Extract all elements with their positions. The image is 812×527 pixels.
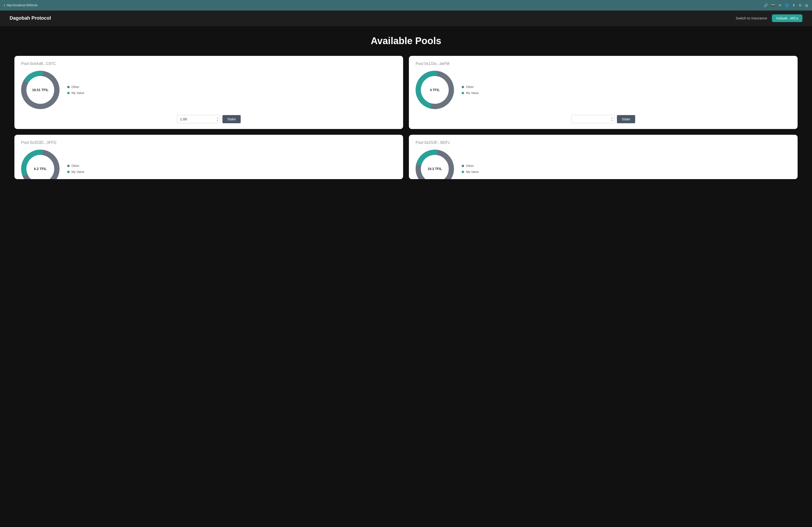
- donut-label-pool4: 19.3 TFIL: [427, 167, 442, 171]
- chart-legend-pool2: Other My Value: [462, 85, 479, 95]
- browser-url: http://localhost:3000/cds: [7, 4, 38, 7]
- stake-button-pool1[interactable]: Stake: [222, 115, 241, 123]
- stake-area-pool1: ▲ ▼ Stake: [21, 115, 396, 123]
- donut-label-pool2: 4 TFIL: [430, 88, 439, 92]
- pool-title-pool2: Pool 0x133v...deFM: [416, 62, 791, 66]
- spin-buttons-pool2: ▲ ▼: [610, 117, 613, 122]
- spin-down-pool1[interactable]: ▼: [216, 119, 219, 122]
- browser-bar: i http://localhost:3000/cds 🔗 📷 ✉ 🌐 ⬇ ⚙ …: [0, 0, 812, 11]
- legend-other-pool3: Other: [67, 164, 84, 168]
- legend-myvalue-pool2: My Value: [462, 91, 479, 95]
- donut-chart-pool3: 6.2 TFIL: [21, 150, 59, 179]
- chart-legend-pool1: Other My Value: [67, 85, 84, 95]
- myvalue-dot-icon-pool1: [67, 92, 70, 94]
- browser-icons: 🔗 📷 ✉ 🌐 ⬇ ⚙ ▤: [764, 3, 808, 7]
- wallet-button[interactable]: 0x8aa8...48Ca: [772, 14, 802, 22]
- stake-input-wrapper-pool2: ▲ ▼: [571, 115, 614, 123]
- spin-up-pool1[interactable]: ▲: [216, 117, 219, 119]
- pool-title-pool4: Pool 0x2S3F...BDFc: [416, 140, 791, 145]
- pool-chart-area-pool2: 4 TFIL Other My Value: [416, 71, 791, 109]
- other-label-pool3: Other: [72, 164, 79, 168]
- pool-card-pool1: Pool 0x4Ad8...C97C 18.51 TFIL Other My V…: [14, 56, 403, 129]
- other-label-pool4: Other: [466, 164, 474, 168]
- spin-up-pool2[interactable]: ▲: [610, 117, 613, 119]
- pool-chart-area-pool1: 18.51 TFIL Other My Value: [21, 71, 396, 109]
- spin-buttons-pool1: ▲ ▼: [216, 117, 219, 122]
- other-dot-icon-pool4: [462, 165, 464, 167]
- myvalue-label-pool4: My Value: [466, 170, 479, 174]
- pool-chart-area-pool3: 6.2 TFIL Other My Value: [21, 150, 396, 179]
- myvalue-dot-icon-pool2: [462, 92, 464, 94]
- other-dot-icon-pool1: [67, 86, 70, 88]
- donut-chart-pool4: 19.3 TFIL: [416, 150, 454, 179]
- sidebar-icon[interactable]: ▤: [805, 3, 808, 7]
- myvalue-label-pool2: My Value: [466, 91, 479, 95]
- camera-icon[interactable]: 📷: [771, 3, 775, 7]
- myvalue-dot-icon-pool3: [67, 171, 70, 173]
- stake-input-pool2[interactable]: [571, 115, 614, 123]
- globe-icon[interactable]: 🌐: [785, 3, 789, 7]
- other-dot-icon-pool2: [462, 86, 464, 88]
- app-logo: Dagobah Protocol: [10, 15, 51, 21]
- legend-myvalue-pool3: My Value: [67, 170, 84, 174]
- legend-other-pool1: Other: [67, 85, 84, 89]
- donut-chart-pool2: 4 TFIL: [416, 71, 454, 109]
- myvalue-label-pool3: My Value: [72, 170, 84, 174]
- app-header: Dagobah Protocol Switch to Insurance 0x8…: [0, 11, 812, 26]
- pool-title-pool3: Pool 0x3S3D...3FFD: [21, 140, 396, 145]
- stake-button-pool2[interactable]: Stake: [617, 115, 635, 123]
- page-title: Available Pools: [14, 35, 798, 46]
- extension-icon[interactable]: ⚙: [799, 3, 802, 7]
- donut-label-pool3: 6.2 TFIL: [34, 167, 47, 171]
- stake-input-wrapper-pool1: ▲ ▼: [177, 115, 220, 123]
- spin-down-pool2[interactable]: ▼: [610, 119, 613, 122]
- download-icon[interactable]: ⬇: [792, 3, 795, 7]
- browser-bar-left: i http://localhost:3000/cds: [4, 4, 38, 7]
- info-icon: i: [4, 4, 5, 7]
- myvalue-dot-icon-pool4: [462, 171, 464, 173]
- main-content: Available Pools Pool 0x4Ad8...C97C 18.51…: [0, 26, 812, 527]
- chart-legend-pool3: Other My Value: [67, 164, 84, 174]
- other-dot-icon-pool3: [67, 165, 70, 167]
- link-icon[interactable]: 🔗: [764, 3, 768, 7]
- chart-legend-pool4: Other My Value: [462, 164, 479, 174]
- switch-insurance-link[interactable]: Switch to Insurance: [736, 16, 767, 20]
- legend-other-pool4: Other: [462, 164, 479, 168]
- donut-chart-pool1: 18.51 TFIL: [21, 71, 59, 109]
- header-right: Switch to Insurance 0x8aa8...48Ca: [736, 14, 802, 22]
- stake-input-pool1[interactable]: [177, 115, 220, 123]
- stake-area-pool2: ▲ ▼ Stake: [416, 115, 791, 123]
- pool-card-pool2: Pool 0x133v...deFM 4 TFIL Other My Value: [409, 56, 798, 129]
- myvalue-label-pool1: My Value: [72, 91, 84, 95]
- pool-title-pool1: Pool 0x4Ad8...C97C: [21, 62, 396, 66]
- legend-myvalue-pool4: My Value: [462, 170, 479, 174]
- pool-card-pool3: Pool 0x3S3D...3FFD 6.2 TFIL Other My Val…: [14, 135, 403, 179]
- legend-myvalue-pool1: My Value: [67, 91, 84, 95]
- pool-card-pool4: Pool 0x2S3F...BDFc 19.3 TFIL Other My Va…: [409, 135, 798, 179]
- mail-icon[interactable]: ✉: [779, 3, 782, 7]
- other-label-pool2: Other: [466, 85, 474, 89]
- donut-label-pool1: 18.51 TFIL: [32, 88, 48, 92]
- pools-grid: Pool 0x4Ad8...C97C 18.51 TFIL Other My V…: [14, 56, 798, 179]
- other-label-pool1: Other: [72, 85, 79, 89]
- pool-chart-area-pool4: 19.3 TFIL Other My Value: [416, 150, 791, 179]
- legend-other-pool2: Other: [462, 85, 479, 89]
